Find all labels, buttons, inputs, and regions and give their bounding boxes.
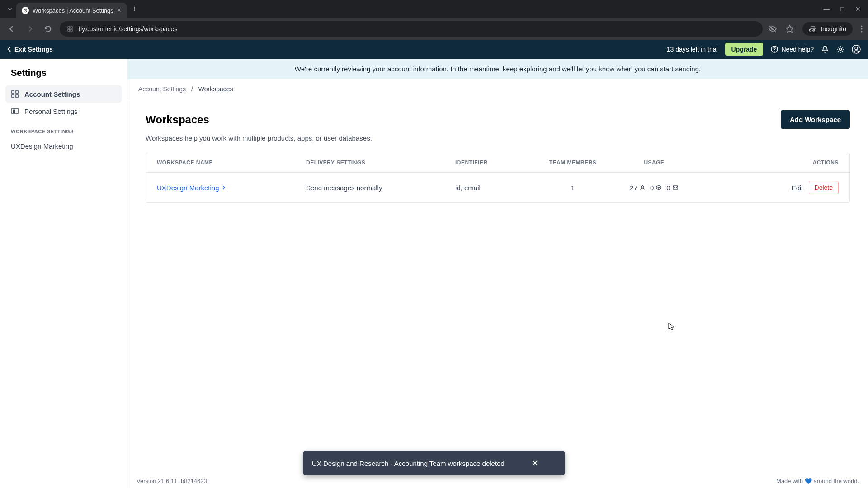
site-info-icon[interactable] [67, 26, 73, 32]
chevron-right-icon [222, 185, 226, 190]
svg-point-4 [861, 26, 863, 27]
table-row: UXDesign Marketing Send messages normall… [146, 173, 849, 202]
sidebar: Settings Account Settings Personal Setti… [0, 59, 127, 488]
col-header-usage: USAGE [609, 160, 699, 166]
content-area: We're currently reviewing your account i… [127, 59, 868, 488]
user-avatar-icon[interactable] [852, 45, 861, 54]
help-circle-icon [770, 45, 778, 53]
svg-rect-3 [71, 29, 72, 31]
page-description: Workspaces help you work with multiple p… [146, 134, 850, 142]
close-window-icon[interactable]: ✕ [855, 5, 861, 13]
breadcrumb-current: Workspaces [198, 85, 233, 93]
chevron-left-icon [7, 46, 12, 52]
toast-close-icon[interactable]: ✕ [532, 458, 538, 468]
footer: Version 21.6.11+b8214623 Made with 💙 aro… [127, 474, 868, 488]
envelope-icon [672, 184, 679, 191]
cell-delivery: Send messages normally [306, 184, 455, 192]
sidebar-item-label: Personal Settings [24, 108, 78, 115]
tab-title: Workspaces | Account Settings [33, 7, 113, 14]
toast-message: UX Design and Research - Accounting Team… [312, 460, 505, 467]
workspace-name-text: UXDesign Marketing [157, 184, 219, 192]
add-workspace-button[interactable]: Add Workspace [781, 110, 850, 129]
made-with-text: Made with 💙 around the world. [776, 478, 859, 484]
breadcrumb-separator: / [191, 85, 193, 93]
cell-usage: 27 0 0 [609, 184, 699, 192]
browser-toolbar: fly.customer.io/settings/workspaces Inco… [0, 18, 868, 40]
sidebar-item-personal-settings[interactable]: Personal Settings [5, 103, 122, 120]
info-banner: We're currently reviewing your account i… [127, 59, 868, 79]
delete-button[interactable]: Delete [809, 181, 839, 194]
usage-people-count: 27 [630, 184, 637, 192]
svg-rect-12 [16, 91, 18, 93]
incognito-label: Incognito [821, 25, 846, 33]
workspaces-table: WORKSPACE NAME DELIVERY SETTINGS IDENTIF… [146, 153, 850, 203]
col-header-delivery: DELIVERY SETTINGS [306, 160, 455, 166]
cell-members: 1 [537, 184, 609, 192]
cube-icon [656, 184, 662, 191]
tab-search-dropdown[interactable] [4, 3, 16, 15]
tab-close-icon[interactable]: × [117, 6, 121, 14]
sidebar-item-label: Account Settings [24, 90, 80, 98]
minimize-icon[interactable]: — [824, 5, 830, 13]
user-card-icon [11, 107, 19, 115]
page-title: Workspaces [146, 113, 209, 126]
maximize-icon[interactable]: □ [841, 5, 844, 13]
workspace-name-link[interactable]: UXDesign Marketing [157, 184, 306, 192]
bookmark-star-icon[interactable] [785, 24, 794, 33]
person-icon [639, 184, 646, 191]
svg-point-6 [861, 31, 863, 33]
new-tab-button[interactable]: + [127, 5, 142, 14]
window-controls: — □ ✕ [824, 5, 864, 13]
heart-icon: 💙 [805, 478, 812, 484]
forward-button[interactable] [24, 25, 36, 33]
usage-objects-count: 0 [650, 184, 654, 192]
svg-point-5 [861, 28, 863, 30]
kebab-menu-icon[interactable] [861, 25, 863, 33]
breadcrumb: Account Settings / Workspaces [127, 79, 868, 99]
upgrade-button[interactable]: Upgrade [725, 43, 764, 56]
table-header: WORKSPACE NAME DELIVERY SETTINGS IDENTIF… [146, 153, 849, 173]
svg-point-8 [840, 48, 842, 51]
sidebar-item-workspace[interactable]: UXDesign Marketing [5, 138, 122, 155]
toast-notification: UX Design and Research - Accounting Team… [303, 451, 565, 475]
col-header-name: WORKSPACE NAME [157, 160, 306, 166]
trial-days-text: 13 days left in trial [667, 46, 718, 53]
url-text: fly.customer.io/settings/workspaces [79, 25, 177, 33]
version-text: Version 21.6.11+b8214623 [137, 478, 207, 484]
browser-tab[interactable]: ⊙ Workspaces | Account Settings × [16, 3, 127, 18]
sidebar-item-label: UXDesign Marketing [11, 142, 73, 150]
svg-rect-2 [68, 29, 70, 31]
edit-link[interactable]: Edit [792, 184, 803, 192]
incognito-icon [809, 25, 817, 33]
app-header: Exit Settings 13 days left in trial Upgr… [0, 40, 868, 59]
col-header-members: TEAM MEMBERS [537, 160, 609, 166]
col-header-actions: ACTIONS [699, 160, 839, 166]
svg-rect-18 [673, 186, 678, 189]
incognito-badge[interactable]: Incognito [802, 22, 853, 36]
reload-button[interactable] [42, 25, 54, 33]
svg-rect-14 [16, 95, 18, 97]
col-header-identifier: IDENTIFIER [455, 160, 537, 166]
svg-point-17 [642, 186, 644, 188]
sidebar-section-header: WORKSPACE SETTINGS [5, 120, 122, 138]
usage-messages-count: 0 [666, 184, 670, 192]
svg-rect-0 [68, 27, 70, 28]
svg-point-16 [13, 110, 15, 112]
cell-identifier: id, email [455, 184, 537, 192]
svg-rect-1 [71, 27, 72, 28]
browser-tab-bar: ⊙ Workspaces | Account Settings × + — □ … [0, 0, 868, 18]
svg-rect-11 [12, 91, 14, 93]
grid-icon [11, 90, 19, 98]
eye-off-icon[interactable] [768, 24, 777, 33]
gear-icon[interactable] [836, 45, 844, 53]
sidebar-item-account-settings[interactable]: Account Settings [5, 85, 122, 103]
svg-point-10 [855, 47, 858, 50]
svg-rect-13 [12, 95, 14, 97]
address-bar[interactable]: fly.customer.io/settings/workspaces [60, 21, 763, 37]
back-button[interactable] [5, 25, 18, 33]
exit-settings-link[interactable]: Exit Settings [7, 46, 53, 53]
breadcrumb-parent[interactable]: Account Settings [138, 85, 186, 93]
need-help-link[interactable]: Need help? [770, 45, 814, 53]
need-help-label: Need help? [781, 46, 814, 53]
bell-icon[interactable] [821, 45, 829, 53]
